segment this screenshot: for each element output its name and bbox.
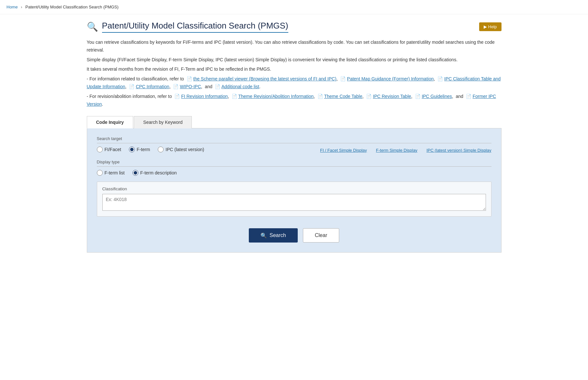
main-content: 🔍 Patent/Utility Model Classification Se… (74, 14, 514, 259)
link-scheme-viewer[interactable]: the Scheme parallel viewer (Browsing the… (193, 76, 337, 81)
search-target-radios: FI/Facet F-term IPC (latest version) (97, 147, 204, 152)
radio-fterm[interactable]: F-term (129, 147, 150, 152)
radio-fi-facet[interactable]: FI/Facet (97, 147, 121, 152)
breadcrumb-home-link[interactable]: Home (6, 5, 18, 9)
radio-fterm-list-input[interactable] (97, 170, 103, 176)
form-panel: Search target FI/Facet F-term IPC (lates… (87, 128, 502, 253)
description-links2: - For revision/abolition information, re… (87, 93, 502, 108)
link-ipc-guidelines[interactable]: IPC Guidelines (422, 94, 452, 99)
description-section: You can retrieve classifications by keyw… (87, 39, 502, 108)
breadcrumb-separator: › (21, 5, 22, 9)
classification-input[interactable] (102, 194, 486, 211)
tab-search-by-keyword[interactable]: Search by Keyword (134, 116, 192, 128)
description-links1: - For information related to classificat… (87, 75, 502, 91)
tabs-bar: Code Inquiry Search by Keyword (87, 116, 502, 128)
radio-fterm-input[interactable] (129, 147, 135, 152)
link-additional-code[interactable]: Additional code list (221, 84, 259, 89)
link-ipc-revision-table[interactable]: IPC Revision Table (373, 94, 411, 99)
fi-facet-simple-display-link[interactable]: FI / Facet Simple Display (320, 148, 367, 153)
description-line3: It takes several months from the revisio… (87, 65, 502, 73)
link-theme-revision[interactable]: Theme Revision/Abolition Information (238, 94, 314, 99)
tab-code-inquiry[interactable]: Code Inquiry (87, 116, 133, 128)
radio-fterm-description[interactable]: F-term description (133, 170, 177, 176)
link-wipo-ipc[interactable]: WIPO-IPC (180, 84, 201, 89)
breadcrumb: Home › Patent/Utility Model Classificati… (0, 0, 588, 14)
page-header: 🔍 Patent/Utility Model Classification Se… (87, 21, 502, 33)
radio-fi-facet-label: FI/Facet (105, 147, 121, 152)
radio-fterm-label: F-term (137, 147, 150, 152)
fterm-simple-display-link[interactable]: F-term Simple Display (376, 148, 418, 153)
radio-fterm-description-input[interactable] (133, 170, 138, 176)
search-button-label: Search (270, 232, 286, 238)
link-cpc[interactable]: CPC Information (136, 84, 169, 89)
search-icon: 🔍 (87, 21, 98, 32)
ipc-simple-display-link[interactable]: IPC (latest version) Simple Display (426, 148, 491, 153)
description-line1: You can retrieve classifications by keyw… (87, 39, 502, 54)
page-title: Patent/Utility Model Classification Sear… (102, 21, 288, 33)
links-prefix1: - For information related to classificat… (87, 76, 184, 81)
display-type-radios: F-term list F-term description (97, 170, 491, 176)
search-target-label: Search target (97, 136, 491, 143)
display-type-section: Display type F-term list F-term descript… (97, 160, 491, 176)
radio-fterm-list-label: F-term list (105, 170, 125, 175)
radio-ipc-label: IPC (latest version) (166, 147, 204, 152)
radio-ipc-input[interactable] (158, 147, 164, 152)
link-fi-revision[interactable]: FI Revision Information (181, 94, 228, 99)
links-prefix2: - For revision/abolition information, re… (87, 94, 172, 99)
simple-display-links: FI / Facet Simple Display F-term Simple … (320, 148, 491, 153)
classification-label: Classification (102, 186, 486, 191)
radio-fterm-description-label: F-term description (140, 170, 177, 175)
radio-fterm-list[interactable]: F-term list (97, 170, 125, 176)
display-type-label: Display type (97, 160, 491, 167)
description-line2: Simple display (FI/Facet Simple Display,… (87, 56, 502, 64)
radio-fi-facet-input[interactable] (97, 147, 103, 152)
help-button[interactable]: ▶ Help (479, 22, 501, 31)
button-row: 🔍 Search Clear (97, 228, 491, 243)
link-theme-code[interactable]: Theme Code Table (324, 94, 362, 99)
clear-button[interactable]: Clear (303, 228, 339, 243)
search-target-row: FI/Facet F-term IPC (latest version) FI … (97, 147, 491, 154)
link-patent-map[interactable]: Patent Map Guidance (Former) Information (347, 76, 434, 81)
classification-section: Classification (97, 182, 491, 217)
search-button-icon: 🔍 (260, 232, 267, 239)
radio-ipc[interactable]: IPC (latest version) (158, 147, 204, 152)
page-title-area: 🔍 Patent/Utility Model Classification Se… (87, 21, 288, 33)
breadcrumb-current: Patent/Utility Model Classification Sear… (25, 5, 119, 9)
search-button[interactable]: 🔍 Search (249, 228, 298, 243)
